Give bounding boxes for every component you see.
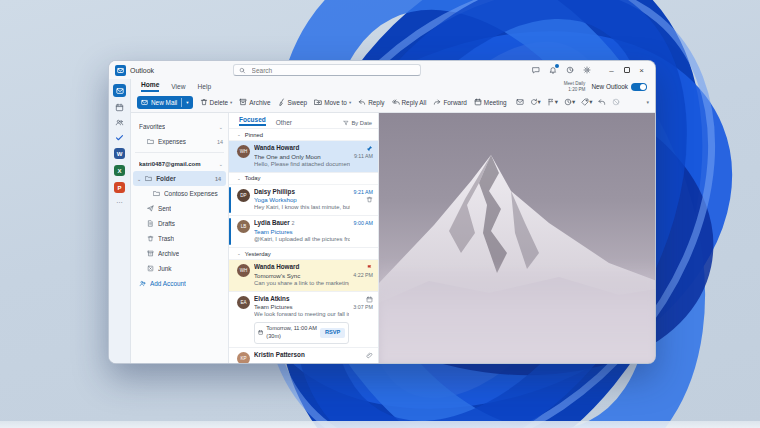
delete-button[interactable]: Delete▾ — [200, 98, 233, 106]
reply-icon — [358, 98, 366, 106]
folder-expenses[interactable]: Expenses 14 — [131, 134, 228, 149]
account-header[interactable]: katri0487@gmail.com⌄ — [131, 156, 228, 171]
delete-hover-icon[interactable] — [366, 196, 373, 203]
message-row[interactable]: WH Wanda Howard Tomorrow's Sync Can you … — [229, 260, 378, 292]
ribbon: Home View Help Meet Daily 1:20 PM New Ou… — [131, 79, 655, 113]
outlook-logo-icon — [115, 65, 126, 76]
word-icon[interactable]: W — [114, 148, 125, 159]
attachment-icon — [366, 352, 373, 359]
sweep-broom-icon — [278, 98, 286, 106]
flag-icon[interactable]: ▾ — [547, 98, 558, 106]
reply-all-button[interactable]: Reply All — [392, 98, 427, 106]
group-yesterday[interactable]: ⌄Yesterday — [229, 248, 378, 260]
group-today[interactable]: ⌄Today — [229, 173, 378, 185]
avatar: EA — [237, 296, 250, 309]
folder-icon — [145, 175, 152, 182]
folder-icon — [147, 138, 154, 145]
tab-home[interactable]: Home — [141, 81, 159, 92]
new-outlook-label: New Outlook — [591, 83, 628, 90]
message-row[interactable]: DP Daisy Phillips Yoga Workshop Hey Katr… — [229, 185, 378, 217]
favorites-header[interactable]: Favorites⌄ — [131, 119, 228, 134]
more-apps-icon[interactable]: … — [116, 199, 123, 202]
add-account-button[interactable]: Add Account — [131, 276, 228, 291]
block-icon[interactable] — [612, 98, 620, 106]
unread-bar — [229, 218, 231, 245]
mail-icon[interactable] — [113, 84, 126, 97]
snooze-clock-icon[interactable]: ▾ — [564, 98, 575, 106]
excel-icon[interactable]: X — [114, 165, 125, 176]
notifications-bell-icon[interactable] — [549, 66, 557, 74]
message-row[interactable]: KP Kristin Patterson — [229, 348, 378, 363]
notification-dot — [555, 64, 559, 68]
meeting-hint[interactable]: Meet Daily 1:20 PM — [564, 81, 586, 92]
overflow-chevron-icon[interactable]: ▾ — [646, 99, 649, 105]
move-folder-icon — [314, 98, 322, 106]
calendar-icon — [258, 329, 263, 336]
folder-junk[interactable]: Junk — [131, 261, 228, 276]
sweep-button[interactable]: Sweep — [278, 98, 308, 106]
tab-view[interactable]: View — [171, 83, 185, 92]
folder-sent[interactable]: Sent — [131, 201, 228, 216]
folder-archive[interactable]: Archive — [131, 246, 228, 261]
tab-other[interactable]: Other — [276, 119, 292, 126]
folder-selected[interactable]: ⌄ Folder 14 — [133, 171, 226, 186]
calendar-icon[interactable] — [115, 103, 124, 112]
people-icon[interactable] — [115, 118, 124, 127]
settings-gear-icon[interactable] — [583, 66, 591, 74]
forward-icon — [433, 98, 441, 106]
sort-by-date[interactable]: By Date — [343, 120, 372, 126]
chat-icon[interactable] — [532, 66, 540, 74]
search-box[interactable] — [233, 64, 421, 76]
drafts-doc-icon — [147, 220, 154, 227]
mark-read-icon[interactable] — [516, 98, 524, 106]
expand-chevron-icon: ⌄ — [137, 176, 141, 182]
archive-icon — [239, 98, 247, 106]
unread-bar — [229, 187, 231, 214]
folder-trash[interactable]: Trash — [131, 231, 228, 246]
avatar: KP — [237, 352, 250, 363]
sync-icon[interactable]: ▾ — [530, 98, 541, 106]
flag-icon[interactable] — [366, 264, 373, 271]
outlook-window: Outlook – × — [108, 60, 656, 364]
undo-icon[interactable] — [598, 98, 606, 106]
maximize-button[interactable] — [619, 63, 634, 77]
message-row[interactable]: LB Lydia Bauer 2 Team Pictures @Katri, I… — [229, 216, 378, 248]
powerpoint-icon[interactable]: P — [114, 182, 125, 193]
trash-icon — [147, 235, 154, 242]
avatar: WH — [237, 145, 250, 158]
reply-button[interactable]: Reply — [358, 98, 384, 106]
tab-help[interactable]: Help — [198, 83, 212, 92]
filter-icon — [343, 120, 349, 126]
avatar: WH — [237, 264, 250, 277]
close-button[interactable]: × — [634, 63, 649, 77]
todo-check-icon[interactable] — [115, 133, 124, 142]
message-row[interactable]: EA Elvia Atkins Team Pictures We look fo… — [229, 292, 378, 348]
forward-button[interactable]: Forward — [433, 98, 466, 106]
group-pinned[interactable]: ⌄Pinned — [229, 129, 378, 141]
categorize-tag-icon[interactable]: ▾ — [581, 98, 592, 106]
desktop: Outlook – × — [0, 0, 760, 428]
meeting-button[interactable]: Meeting — [474, 98, 507, 106]
divider — [135, 152, 224, 153]
reading-pane-photo — [379, 113, 655, 363]
event-chip: Tomorrow, 11:00 AM (30m) RSVP — [254, 322, 349, 343]
calendar-icon — [366, 296, 373, 303]
tab-focused[interactable]: Focused — [239, 116, 266, 126]
folder-drafts[interactable]: Drafts — [131, 216, 228, 231]
message-row[interactable]: WH Wanda Howard The One and Only Moon He… — [229, 141, 378, 173]
folder-pane: Favorites⌄ Expenses 14 katri0487@gmail.c… — [131, 113, 229, 363]
new-mail-button[interactable]: New Mail ▾ — [137, 96, 193, 109]
move-to-button[interactable]: Move to▾ — [314, 98, 351, 106]
archive-button[interactable]: Archive — [239, 98, 270, 106]
search-input[interactable] — [250, 66, 415, 75]
rsvp-button[interactable]: RSVP — [320, 328, 345, 338]
pin-icon[interactable] — [366, 145, 373, 152]
folder-icon — [153, 190, 160, 197]
history-icon[interactable] — [566, 66, 574, 74]
minimize-button[interactable]: – — [604, 63, 619, 77]
app-rail: W X P … — [109, 79, 131, 363]
sent-plane-icon — [147, 205, 154, 212]
new-outlook-toggle[interactable] — [631, 83, 647, 91]
folder-contoso-expenses[interactable]: Contoso Expenses — [131, 186, 228, 201]
reply-all-icon — [392, 98, 400, 106]
